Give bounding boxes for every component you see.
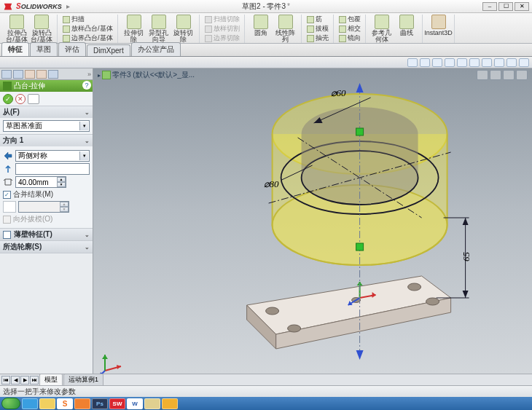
from-combo[interactable]: 草图基准面▾ xyxy=(3,120,90,132)
snip-icon[interactable] xyxy=(144,398,160,409)
view-settings-button[interactable] xyxy=(519,58,529,67)
model-scene: ⌀60 ⌀80 65 xyxy=(145,68,495,365)
command-tabs: 特征 草图 评估 DimXpert 办公室产品 xyxy=(0,44,532,57)
ok-button[interactable]: ✓ xyxy=(3,94,13,104)
section-from-header[interactable]: 从(F)⌄ xyxy=(0,106,93,118)
draft-outward-checkbox xyxy=(3,216,11,224)
bottom-tab-motion[interactable]: 运动算例1 xyxy=(63,374,103,386)
main-area: » 凸台-拉伸 ? ✓ ✕ 从(F)⌄ 草图基准面▾ 方向 1⌄ xyxy=(0,68,532,385)
ie-icon[interactable] xyxy=(22,398,38,409)
start-button[interactable] xyxy=(1,398,20,409)
bottom-tab-model[interactable]: 模型 xyxy=(39,374,63,386)
zoom-fit-button[interactable] xyxy=(407,58,418,67)
feature-tree-tab-icon[interactable] xyxy=(1,70,12,79)
media-icon[interactable] xyxy=(74,398,90,409)
extrude-icon xyxy=(3,82,12,90)
zoom-area-button[interactable] xyxy=(420,58,430,67)
svg-text:⌀80: ⌀80 xyxy=(264,178,280,189)
section-view-button[interactable] xyxy=(445,58,455,67)
vp-btn-4[interactable] xyxy=(516,70,528,80)
rib-button[interactable]: 筋 xyxy=(305,15,330,24)
draft-angle-input: ▲▼ xyxy=(18,201,69,213)
bottom-tab-strip: ⏮ ◀ ▶ ⏭ 模型 运动算例1 xyxy=(0,374,532,385)
app-name: SOLIDWORKS ▸ xyxy=(16,2,70,10)
dimxpert-tab-icon[interactable] xyxy=(36,70,47,79)
explorer-icon[interactable] xyxy=(39,398,55,409)
graphics-viewport[interactable]: ▸ 零件3 (默认<<默认>_显... xyxy=(93,68,532,385)
curves-button[interactable]: 曲线 xyxy=(394,15,419,43)
tab-nav-next[interactable]: ▶ xyxy=(20,376,29,385)
draft-toggle-icon[interactable] xyxy=(3,201,16,213)
tab-sketch[interactable]: 草图 xyxy=(30,42,58,56)
section-thin-header[interactable]: 薄壁特征(T)⌄ xyxy=(0,229,93,240)
minimize-button[interactable]: – xyxy=(482,2,497,11)
revolve-boss-button[interactable]: 旋转凸台/基体 xyxy=(29,15,54,43)
depth-spin-down[interactable]: ▼ xyxy=(57,182,66,187)
tab-nav-first[interactable]: ⏮ xyxy=(1,376,10,385)
extrude-cut-button[interactable]: 拉伸切除 xyxy=(122,15,146,43)
sogou-icon[interactable]: S xyxy=(57,398,73,409)
view-orient-button[interactable] xyxy=(457,58,467,67)
merge-result-checkbox[interactable]: ✓ xyxy=(3,191,11,199)
loft-button[interactable]: 放样凸台/基体 xyxy=(61,24,114,33)
panel-expand-icon[interactable]: » xyxy=(87,71,91,78)
svg-rect-18 xyxy=(356,128,364,135)
display-tab-icon[interactable] xyxy=(48,70,58,79)
svg-marker-31 xyxy=(463,291,469,298)
hole-wizard-button[interactable]: 异型孔向导 xyxy=(146,15,171,43)
ribbon-toolbar: 拉伸凸台/基体 旋转凸台/基体 扫描 放样凸台/基体 边界凸台/基体 拉伸切除 … xyxy=(0,13,532,44)
word-icon[interactable]: W xyxy=(127,398,143,409)
config-tab-icon[interactable] xyxy=(25,70,35,79)
tab-evaluate[interactable]: 评估 xyxy=(58,42,86,56)
tab-office[interactable]: 办公室产品 xyxy=(131,42,181,56)
tab-nav-last[interactable]: ⏭ xyxy=(30,376,39,385)
display-style-button[interactable] xyxy=(469,58,480,67)
apply-scene-button[interactable] xyxy=(506,58,517,67)
extrude-boss-button[interactable]: 拉伸凸台/基体 xyxy=(4,15,29,43)
tab-nav-prev[interactable]: ◀ xyxy=(11,376,20,385)
sweep-button[interactable]: 扫描 xyxy=(61,15,114,24)
wrap-button[interactable]: 包覆 xyxy=(337,15,362,24)
help-icon[interactable]: ? xyxy=(82,81,91,90)
shell-button[interactable]: 抽壳 xyxy=(305,33,330,43)
close-button[interactable]: ✕ xyxy=(515,2,529,11)
view-toolbar xyxy=(0,57,532,68)
cancel-button[interactable]: ✕ xyxy=(15,94,26,104)
thin-feature-checkbox[interactable] xyxy=(3,231,11,239)
edit-appearance-button[interactable] xyxy=(494,58,504,67)
end-condition-combo[interactable]: 两侧对称▾ xyxy=(15,150,90,162)
svg-marker-36 xyxy=(102,355,108,359)
mirror-button[interactable]: 镜向 xyxy=(337,33,362,43)
document-title: 草图2 - 零件3* xyxy=(242,1,290,12)
direction-vector-icon[interactable] xyxy=(3,164,13,174)
property-tab-icon[interactable] xyxy=(13,70,23,79)
direction-ref-field[interactable] xyxy=(15,163,90,175)
tab-features[interactable]: 特征 xyxy=(1,42,29,56)
ref-geometry-button[interactable]: 参考几何体 xyxy=(369,15,394,43)
photoshop-icon[interactable]: Ps xyxy=(92,398,108,409)
fillet-button[interactable]: 圆角 xyxy=(249,15,273,43)
depth-spin-up[interactable]: ▲ xyxy=(57,177,66,182)
linear-pattern-button[interactable]: 线性阵列 xyxy=(273,15,298,43)
vp-btn-3[interactable] xyxy=(503,70,515,80)
depth-input[interactable]: 40.00mm ▲▼ xyxy=(15,176,66,188)
intersect-button[interactable]: 相交 xyxy=(337,24,362,33)
title-bar: SOLIDWORKS ▸ 草图2 - 零件3* – ☐ ✕ xyxy=(0,0,532,13)
message-icon[interactable] xyxy=(162,398,178,409)
depth-icon xyxy=(3,177,13,187)
maximize-button[interactable]: ☐ xyxy=(498,2,513,11)
tab-dimxpert[interactable]: DimXpert xyxy=(87,44,130,56)
hide-show-button[interactable] xyxy=(482,58,492,67)
solidworks-task-icon[interactable]: SW xyxy=(109,398,125,409)
svg-rect-19 xyxy=(356,243,364,251)
prev-view-button[interactable] xyxy=(432,58,442,67)
detailed-preview-button[interactable] xyxy=(28,94,39,104)
draft-button[interactable]: 拔模 xyxy=(305,24,330,33)
section-contour-header[interactable]: 所选轮廓(S)⌄ xyxy=(0,241,93,253)
instant3d-button[interactable]: Instant3D xyxy=(426,15,451,36)
revolve-cut-button[interactable]: 旋转切除 xyxy=(171,15,196,43)
solidworks-logo-icon xyxy=(3,1,13,12)
reverse-direction-icon[interactable] xyxy=(3,151,13,161)
svg-text:65: 65 xyxy=(461,251,472,261)
section-direction1-header[interactable]: 方向 1⌄ xyxy=(0,135,93,146)
